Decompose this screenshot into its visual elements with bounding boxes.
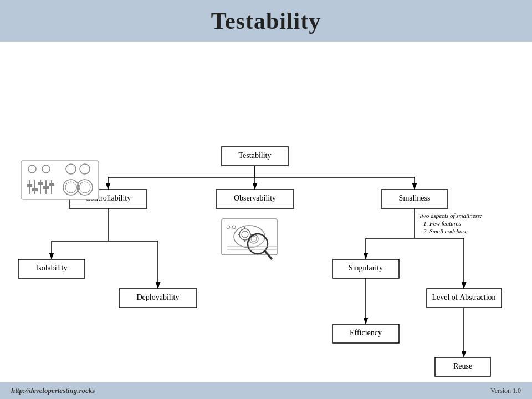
efficiency-label: Efficiency	[350, 329, 382, 337]
footer: http://developertesting.rocks Version 1.…	[0, 382, 532, 399]
annotation-item1: 1. Few features	[423, 220, 461, 227]
annotation-item2: 2. Small codebase	[423, 228, 468, 234]
svg-rect-29	[27, 184, 32, 187]
annotation-title: Two aspects of smallness:	[419, 212, 482, 219]
svg-rect-32	[43, 186, 49, 189]
observability-label: Observability	[234, 194, 276, 202]
svg-rect-33	[49, 183, 54, 186]
svg-rect-30	[32, 188, 38, 191]
singularity-label: Singularity	[349, 264, 383, 272]
isolability-label: Isolability	[36, 264, 68, 272]
control-panel-icon	[21, 161, 99, 200]
main-content: Testability Controllability Observabilit…	[0, 42, 532, 382]
footer-url: http://developertesting.rocks	[11, 386, 95, 395]
testability-label: Testability	[239, 151, 272, 160]
magnifying-glass-icon	[222, 219, 277, 259]
level-of-abstraction-label: Level of Abstraction	[432, 293, 495, 301]
svg-rect-31	[38, 182, 43, 185]
footer-version: Version 1.0	[490, 387, 521, 395]
deployability-label: Deployability	[137, 293, 180, 301]
page-title: Testability	[211, 8, 321, 34]
header: Testability	[0, 0, 532, 42]
reuse-label: Reuse	[453, 362, 472, 370]
smallness-label: Smallness	[399, 194, 431, 202]
